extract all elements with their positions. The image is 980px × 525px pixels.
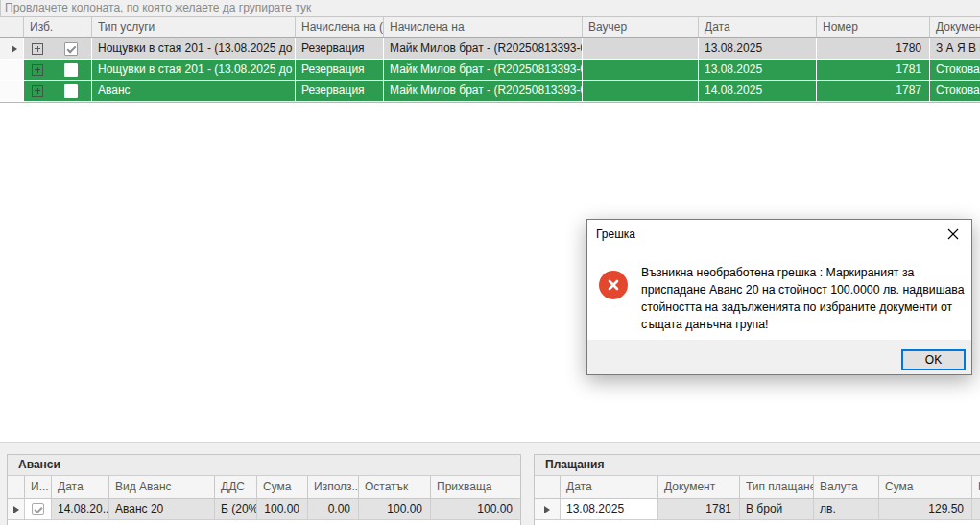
close-icon[interactable] bbox=[945, 227, 961, 242]
services-grid: Провлачете колоната, по която желаете да… bbox=[0, 0, 980, 103]
column-header-amount[interactable]: Сума bbox=[879, 476, 972, 498]
column-header-date[interactable]: Дата bbox=[561, 476, 658, 498]
offset-cell[interactable]: 100.00 bbox=[431, 499, 520, 519]
column-header-date[interactable]: Дата bbox=[52, 476, 109, 498]
charged-on-cell[interactable]: Майк Милов брат - (R20250813393-0... bbox=[384, 38, 583, 60]
group-by-panel[interactable]: Провлачете колоната, по която желаете да… bbox=[0, 0, 980, 16]
expand-icon[interactable] bbox=[32, 64, 43, 76]
document-cell[interactable]: Стокова bbox=[930, 81, 980, 102]
document-cell[interactable]: 1781 bbox=[658, 499, 740, 519]
remainder-cell[interactable]: 100.00 bbox=[359, 499, 431, 519]
currency-cell[interactable]: лв. bbox=[814, 499, 879, 519]
column-header-rate[interactable]: К bbox=[972, 476, 980, 498]
charged-on-cell[interactable]: Майк Милов брат - (R20250813393-0... bbox=[384, 81, 583, 102]
expand-icon[interactable] bbox=[32, 43, 43, 55]
payments-grid-header: Дата Документ Тип плащане Валута Сума К bbox=[535, 476, 980, 499]
dialog-title: Грешка bbox=[596, 227, 635, 241]
column-header-used-flag[interactable]: И... bbox=[25, 476, 52, 498]
select-cell bbox=[24, 38, 92, 60]
voucher-cell[interactable] bbox=[583, 81, 699, 102]
service-type-cell[interactable]: Нощувки в стая 201 - (13.08.2025 до ... bbox=[92, 60, 296, 81]
column-header-charged-on-type[interactable]: Начислена на (... bbox=[296, 17, 384, 37]
table-row[interactable]: Нощувки в стая 201 - (13.08.2025 до ... … bbox=[0, 60, 980, 81]
row-indicator-header bbox=[0, 17, 24, 37]
column-header-used[interactable]: Използ... bbox=[308, 476, 359, 498]
date-cell[interactable]: 13.08.2025 bbox=[561, 499, 658, 519]
column-header-voucher[interactable]: Ваучер bbox=[583, 17, 699, 37]
document-cell[interactable]: Стокова bbox=[930, 60, 980, 81]
table-row[interactable]: Аванс Резервация Майк Милов брат - (R202… bbox=[0, 81, 980, 102]
amount-cell[interactable]: 129.50 bbox=[879, 499, 972, 519]
advances-panel-title: Аванси bbox=[8, 455, 520, 476]
charged-on-cell[interactable]: Майк Милов брат - (R20250813393-0... bbox=[384, 60, 583, 81]
services-grid-header: Изб. Тип услуги Начислена на (... Начисл… bbox=[0, 16, 980, 38]
voucher-cell[interactable] bbox=[583, 38, 699, 60]
row-indicator bbox=[0, 81, 24, 102]
row-indicator bbox=[535, 499, 561, 519]
number-cell[interactable]: 1781 bbox=[817, 60, 930, 81]
expand-icon[interactable] bbox=[32, 85, 43, 97]
column-header-select[interactable]: Изб. bbox=[24, 17, 92, 37]
service-type-cell[interactable]: Аванс bbox=[92, 81, 296, 102]
column-header-vat[interactable]: ДДС bbox=[215, 476, 257, 498]
column-header-advance-kind[interactable]: Вид Аванс bbox=[109, 476, 215, 498]
payments-panel-title: Плащания bbox=[535, 455, 980, 476]
document-cell[interactable]: З А Я В К bbox=[930, 38, 980, 60]
charged-on-type-cell[interactable]: Резервация bbox=[296, 60, 384, 81]
payment-type-cell[interactable]: В брой bbox=[740, 499, 814, 519]
ok-button[interactable]: OK bbox=[901, 349, 966, 370]
rate-cell[interactable] bbox=[972, 499, 980, 519]
column-header-service-type[interactable]: Тип услуги bbox=[92, 17, 296, 37]
column-header-document[interactable]: Документ bbox=[930, 17, 980, 37]
table-row[interactable]: 14.08.20... Аванс 20 Б (20%) 100.00 0.00… bbox=[8, 499, 520, 520]
row-indicator bbox=[8, 499, 25, 519]
row-indicator-header bbox=[8, 476, 25, 498]
table-row[interactable]: Нощувки в стая 201 - (13.08.2025 до ... … bbox=[0, 38, 980, 60]
charged-on-type-cell[interactable]: Резервация bbox=[296, 81, 384, 102]
column-header-charged-on[interactable]: Начислена на bbox=[384, 17, 583, 37]
advances-panel: Аванси И... Дата Вид Аванс ДДС Сума Изпо… bbox=[7, 454, 521, 525]
select-cell bbox=[24, 60, 92, 81]
error-icon bbox=[599, 271, 628, 299]
vat-cell[interactable]: Б (20%) bbox=[215, 499, 257, 519]
charged-on-type-cell[interactable]: Резервация bbox=[296, 38, 384, 60]
column-header-date[interactable]: Дата bbox=[699, 17, 817, 37]
column-header-offset[interactable]: Прихваща bbox=[431, 476, 520, 498]
used-cell[interactable]: 0.00 bbox=[308, 499, 359, 519]
column-header-number[interactable]: Номер bbox=[817, 17, 930, 37]
date-cell[interactable]: 13.08.2025 bbox=[699, 38, 817, 60]
table-row[interactable]: 13.08.2025 1781 В брой лв. 129.50 bbox=[535, 499, 980, 520]
row-checkbox[interactable] bbox=[64, 63, 78, 77]
services-grid-body: Нощувки в стая 201 - (13.08.2025 до ... … bbox=[0, 38, 980, 103]
select-cell bbox=[24, 81, 92, 102]
payments-panel: Плащания Дата Документ Тип плащане Валут… bbox=[534, 454, 980, 525]
column-header-currency[interactable]: Валута bbox=[814, 476, 879, 498]
dialog-titlebar[interactable]: Грешка bbox=[587, 220, 971, 249]
dialog-footer: OK bbox=[587, 340, 971, 374]
current-row-arrow-icon bbox=[544, 506, 550, 513]
column-header-payment-type[interactable]: Тип плащане bbox=[740, 476, 814, 498]
date-cell[interactable]: 14.08.20... bbox=[52, 499, 109, 519]
row-indicator bbox=[0, 60, 24, 81]
amount-cell[interactable]: 100.00 bbox=[257, 499, 308, 519]
column-header-remainder[interactable]: Остатък bbox=[359, 476, 431, 498]
current-row-arrow-icon bbox=[13, 506, 19, 513]
column-header-document[interactable]: Документ bbox=[658, 476, 740, 498]
row-checkbox[interactable] bbox=[64, 42, 78, 56]
current-row-arrow-icon bbox=[12, 45, 17, 53]
used-checkbox[interactable] bbox=[32, 503, 44, 515]
date-cell[interactable]: 14.08.2025 bbox=[699, 81, 817, 102]
row-checkbox[interactable] bbox=[64, 84, 78, 98]
used-flag-cell bbox=[25, 499, 52, 519]
error-message: Възникна необработена грешка : Маркирани… bbox=[641, 264, 969, 333]
date-cell[interactable]: 13.08.2025 bbox=[699, 60, 817, 81]
number-cell[interactable]: 1787 bbox=[817, 81, 930, 102]
error-dialog: Грешка Възникна необработена грешка : Ма… bbox=[586, 219, 972, 375]
row-indicator bbox=[0, 38, 24, 60]
row-indicator-header bbox=[535, 476, 561, 498]
voucher-cell[interactable] bbox=[583, 60, 699, 81]
service-type-cell[interactable]: Нощувки в стая 201 - (13.08.2025 до ... bbox=[92, 38, 296, 60]
advance-kind-cell[interactable]: Аванс 20 bbox=[109, 499, 215, 519]
number-cell[interactable]: 1780 bbox=[817, 38, 930, 60]
column-header-amount[interactable]: Сума bbox=[257, 476, 308, 498]
